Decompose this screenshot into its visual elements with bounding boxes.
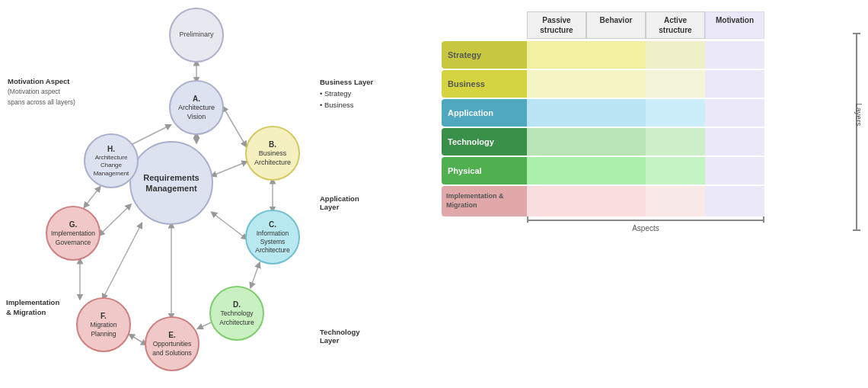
cell-application-behavior	[586, 99, 646, 127]
svg-line-13	[85, 188, 99, 206]
node-b: B. BusinessArchitecture	[245, 126, 300, 181]
application-layer-text: ApplicationLayer	[320, 194, 359, 211]
node-c-letter: C.	[269, 220, 276, 229]
impl-migration-text: Implementation& Migration	[6, 298, 59, 316]
node-c: C. InformationSystemsArchitecture	[245, 210, 300, 265]
svg-line-5	[213, 213, 245, 238]
node-a: A. ArchitectureVision	[169, 80, 224, 135]
node-a-name: ArchitectureVision	[178, 104, 215, 121]
row-business: Business	[442, 70, 838, 98]
row-physical: Physical	[442, 157, 838, 184]
motivation-label: Motivation Aspect (Motivation aspectspan…	[8, 76, 84, 107]
business-layer-label: Business Layer • Strategy• Business	[320, 76, 373, 111]
cell-business-active	[646, 70, 705, 98]
cell-business-behavior	[586, 70, 646, 98]
cell-impl-active	[646, 186, 705, 216]
cell-application-motivation	[705, 99, 764, 127]
business-layer-items: • Strategy• Business	[320, 89, 354, 109]
cell-strategy-motivation	[705, 41, 764, 69]
application-layer-label: ApplicationLayer	[320, 194, 359, 211]
impl-migration-label: Implementation& Migration	[6, 297, 75, 318]
node-h-name: ArchitectureChangeManagement	[94, 154, 129, 178]
motivation-sub: (Motivation aspectspans across all layer…	[8, 88, 75, 106]
node-g-name: ImplementationGovernance	[51, 229, 95, 246]
cell-application-active	[646, 99, 705, 127]
svg-line-9	[131, 335, 145, 344]
aspects-bracket-line	[527, 220, 764, 221]
row-physical-label: Physical	[442, 157, 527, 184]
row-technology-label: Technology	[442, 128, 527, 156]
node-preliminary: Preliminary	[169, 8, 224, 63]
cell-physical-behavior	[586, 157, 646, 184]
cell-application-passive	[527, 99, 586, 127]
node-g: G. ImplementationGovernance	[46, 206, 101, 261]
cell-technology-active	[646, 128, 705, 156]
node-a-letter: A.	[193, 94, 200, 104]
arrows-overlay	[0, 0, 426, 388]
node-b-letter: B.	[269, 139, 276, 149]
col-header-active: Activestructure	[646, 11, 705, 39]
row-strategy-label: Strategy	[442, 41, 527, 69]
row-technology: Technology	[442, 128, 838, 156]
col-header-motivation: Motivation	[705, 11, 764, 39]
cell-business-passive	[527, 70, 586, 98]
cell-physical-passive	[527, 157, 586, 184]
node-preliminary-label: Preliminary	[179, 30, 213, 40]
svg-line-2	[224, 108, 245, 145]
node-f: F. MigrationPlanning	[76, 297, 131, 352]
cell-strategy-behavior	[586, 41, 646, 69]
cell-technology-motivation	[705, 128, 764, 156]
node-center: RequirementsManagement	[129, 141, 213, 225]
cell-physical-active	[646, 157, 705, 184]
node-d-name: TechnologyArchitecture	[219, 309, 254, 326]
node-h-letter: H.	[107, 144, 115, 154]
svg-line-6	[251, 265, 259, 286]
node-e-name: Opportunitiesand Solutions	[152, 340, 192, 357]
layers-bracket	[856, 33, 857, 231]
row-business-label: Business	[442, 70, 527, 98]
row-application: Application	[442, 99, 838, 127]
node-f-letter: F.	[101, 311, 107, 321]
svg-line-12	[101, 206, 129, 234]
cell-impl-behavior	[586, 186, 646, 216]
motivation-title: Motivation Aspect	[8, 77, 69, 85]
cell-impl-passive	[527, 186, 586, 216]
node-center-label: RequirementsManagement	[143, 172, 199, 194]
node-d-letter: D.	[233, 300, 241, 309]
cell-business-motivation	[705, 70, 764, 98]
cell-impl-motivation	[705, 186, 764, 216]
cell-physical-motivation	[705, 157, 764, 184]
node-h: H. ArchitectureChangeManagement	[84, 133, 139, 188]
cell-strategy-active	[646, 41, 705, 69]
cell-technology-behavior	[586, 128, 646, 156]
aspects-layers-grid: Passivestructure Behavior Activestructur…	[426, 0, 868, 388]
col-header-passive: Passivestructure	[527, 11, 586, 39]
aspects-label: Aspects	[527, 224, 764, 232]
node-e-letter: E.	[168, 330, 175, 340]
col-header-behavior: Behavior	[586, 11, 646, 39]
row-impl-migration: Implementation &Migration	[442, 186, 838, 216]
business-layer-title: Business Layer	[320, 78, 373, 86]
layers-label: Layers	[854, 103, 862, 126]
node-b-name: BusinessArchitecture	[254, 149, 291, 167]
node-g-letter: G.	[69, 220, 78, 229]
row-impl-label: Implementation &Migration	[442, 186, 527, 216]
technology-layer-label: TechnologyLayer	[320, 328, 360, 345]
technology-layer-text: TechnologyLayer	[320, 328, 360, 345]
row-application-label: Application	[442, 99, 527, 127]
node-d: D. TechnologyArchitecture	[209, 286, 264, 341]
togaf-diagram: Preliminary A. ArchitectureVision B. Bus…	[0, 0, 426, 388]
node-e: E. Opportunitiesand Solutions	[145, 316, 199, 371]
svg-line-3	[213, 162, 245, 175]
svg-line-10	[104, 225, 141, 297]
node-c-name: InformationSystemsArchitecture	[255, 229, 289, 255]
node-f-name: MigrationPlanning	[91, 321, 117, 338]
cell-technology-passive	[527, 128, 586, 156]
row-strategy: Strategy	[442, 41, 838, 69]
cell-strategy-passive	[527, 41, 586, 69]
